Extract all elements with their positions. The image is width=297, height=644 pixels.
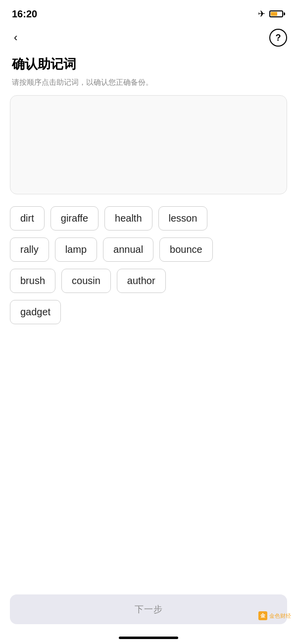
word-row: rallylampannualbounce [10, 237, 287, 262]
word-row: dirtgiraffehealthlesson [10, 206, 287, 231]
back-button[interactable]: ‹ [10, 29, 21, 46]
word-chip[interactable]: rally [10, 237, 49, 262]
page-title: 确认助记词 [12, 56, 285, 73]
word-chip[interactable]: lamp [55, 237, 97, 262]
word-chip[interactable]: dirt [10, 206, 45, 231]
home-indicator [119, 637, 178, 639]
word-row: brushcousinauthor [10, 269, 287, 293]
nav-bar: ‹ ? [0, 26, 297, 52]
status-bar: 16:20 ✈ [0, 0, 297, 26]
word-chip[interactable]: author [117, 269, 166, 293]
word-chip[interactable]: cousin [61, 269, 111, 293]
word-chip[interactable]: annual [103, 237, 153, 262]
word-input-area[interactable] [10, 95, 287, 194]
bottom-area: 下一步 [0, 586, 297, 644]
word-chip[interactable]: lesson [158, 206, 208, 231]
word-chip[interactable]: giraffe [50, 206, 99, 231]
battery-icon [269, 10, 285, 17]
watermark: 金 金色财经 [258, 611, 291, 620]
watermark-text: 金色财经 [269, 612, 291, 620]
word-chip[interactable]: bounce [159, 237, 213, 262]
status-time: 16:20 [12, 8, 37, 20]
word-chips-section: dirtgiraffehealthlessonrallylampannualbo… [0, 206, 297, 324]
word-chip[interactable]: gadget [10, 300, 61, 324]
page-subtitle: 请按顺序点击助记词，以确认您正确备份。 [12, 77, 285, 87]
word-chip[interactable]: brush [10, 269, 55, 293]
help-button[interactable]: ? [269, 29, 287, 47]
page-header: 确认助记词 请按顺序点击助记词，以确认您正确备份。 [0, 52, 297, 95]
airplane-icon: ✈ [258, 8, 265, 19]
word-chip[interactable]: health [104, 206, 152, 231]
next-button[interactable]: 下一步 [10, 594, 287, 624]
status-icons: ✈ [258, 8, 285, 19]
watermark-logo: 金 [258, 611, 267, 620]
word-row: gadget [10, 300, 287, 324]
